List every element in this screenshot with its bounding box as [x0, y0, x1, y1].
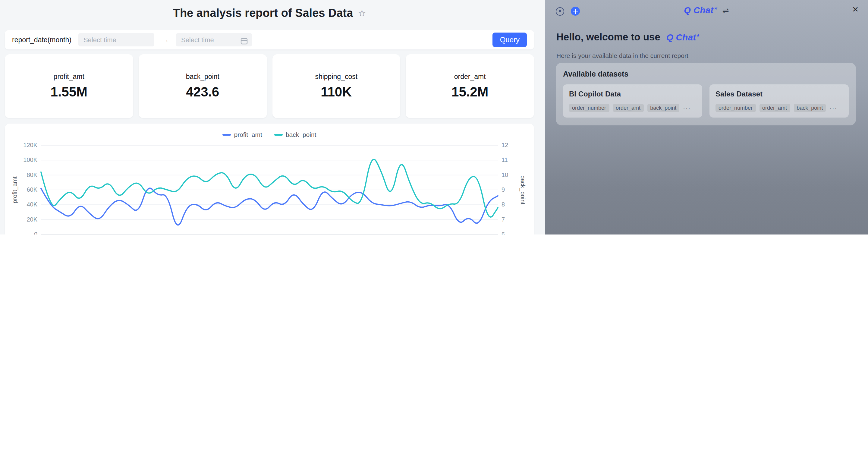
- svg-text:12: 12: [501, 142, 508, 148]
- more-fields-icon[interactable]: ···: [683, 104, 691, 111]
- app: The analysis report of Sales Data ☆ repo…: [0, 0, 868, 234]
- field-chip: order_amt: [759, 104, 790, 112]
- kpi-label: order_amt: [454, 73, 486, 80]
- calendar-icon: [241, 36, 248, 47]
- svg-text:100K: 100K: [23, 156, 37, 163]
- svg-text:8: 8: [501, 201, 505, 208]
- svg-text:80K: 80K: [27, 171, 37, 178]
- qchat-panel: Q Chat★ ⇌ × Hello, welcome to use Q Chat…: [545, 0, 868, 234]
- dataset-name: BI Copilot Data: [569, 90, 696, 98]
- svg-text:profit_amt: profit_amt: [11, 176, 19, 203]
- svg-text:40K: 40K: [27, 201, 37, 208]
- kpi-value: 423.6: [186, 84, 219, 100]
- field-chip: order_number: [715, 104, 755, 112]
- kpi-card-shipping-cost: shipping_cost 110K: [272, 54, 401, 118]
- welcome-subtitle: Here is your available data in the curre…: [556, 52, 688, 59]
- dataset-card-bi-copilot[interactable]: BI Copilot Data order_number order_amt b…: [563, 84, 702, 118]
- dataset-card-sales[interactable]: Sales Dataset order_number order_amt bac…: [710, 84, 849, 118]
- start-time-input[interactable]: [79, 33, 155, 46]
- dataset-name: Sales Dataset: [715, 90, 843, 98]
- field-chip: order_amt: [613, 104, 644, 112]
- svg-text:9: 9: [501, 186, 505, 193]
- trend-legend: profit_amt back_point: [10, 128, 529, 140]
- legend-swatch: [274, 133, 283, 135]
- legend-swatch: [223, 133, 231, 135]
- kpi-label: shipping_cost: [315, 73, 358, 80]
- svg-text:6: 6: [501, 231, 505, 234]
- kpi-row: profit_amt 1.55M back_point 423.6 shippi…: [5, 54, 534, 118]
- available-datasets-card: Available datasets BI Copilot Data order…: [556, 63, 856, 125]
- kpi-card-profit-amt: profit_amt 1.55M: [5, 54, 133, 118]
- datasets-title: Available datasets: [563, 70, 849, 79]
- svg-text:7: 7: [501, 216, 505, 223]
- close-panel-icon[interactable]: ×: [852, 4, 858, 16]
- qchat-logo: Q Chat★: [684, 5, 718, 15]
- field-chip: order_number: [569, 104, 609, 112]
- field-chip: back_point: [647, 104, 679, 112]
- svg-text:back_point: back_point: [519, 176, 526, 205]
- filter-bar: report_date(month) → Query: [5, 30, 534, 50]
- sparkle-icon: ★: [696, 33, 700, 37]
- svg-text:11: 11: [501, 156, 508, 163]
- filter-field-label: report_date(month): [12, 36, 71, 43]
- query-button[interactable]: Query: [493, 33, 527, 47]
- page-title: The analysis report of Sales Data: [173, 7, 353, 20]
- kpi-card-back-point: back_point 423.6: [138, 54, 267, 118]
- legend-item-back-point[interactable]: back_point: [274, 131, 316, 138]
- range-arrow-icon: →: [162, 36, 169, 44]
- svg-text:20K: 20K: [27, 216, 37, 223]
- svg-text:10: 10: [501, 171, 508, 178]
- welcome-heading: Hello, welcome to use Q Chat★: [556, 31, 700, 43]
- trend-chart-card: profit_amt back_point 0620K740K860K980K1…: [5, 124, 534, 234]
- kpi-value: 110K: [321, 84, 352, 100]
- kpi-card-order-amt: order_amt 15.2M: [406, 54, 534, 118]
- kpi-label: back_point: [186, 73, 219, 80]
- swap-icon[interactable]: ⇌: [722, 6, 729, 15]
- favorite-star-icon[interactable]: ☆: [358, 8, 366, 19]
- kpi-label: profit_amt: [54, 73, 84, 80]
- kpi-value: 15.2M: [452, 84, 488, 100]
- more-fields-icon[interactable]: ···: [830, 104, 837, 111]
- qchat-logo-inline: Q Chat★: [666, 32, 700, 42]
- svg-text:60K: 60K: [27, 186, 37, 193]
- trend-line-chart[interactable]: 0620K740K860K980K10100K11120K12201301201…: [10, 140, 527, 234]
- kpi-value: 1.55M: [51, 84, 87, 100]
- qchat-topbar: Q Chat★ ⇌ ×: [545, 0, 868, 23]
- sparkle-icon: ★: [714, 6, 718, 10]
- field-chip: back_point: [794, 104, 826, 112]
- svg-text:120K: 120K: [23, 142, 37, 148]
- legend-item-profit-amt[interactable]: profit_amt: [223, 131, 262, 138]
- svg-text:0: 0: [34, 231, 37, 234]
- report-header: The analysis report of Sales Data ☆: [5, 0, 534, 27]
